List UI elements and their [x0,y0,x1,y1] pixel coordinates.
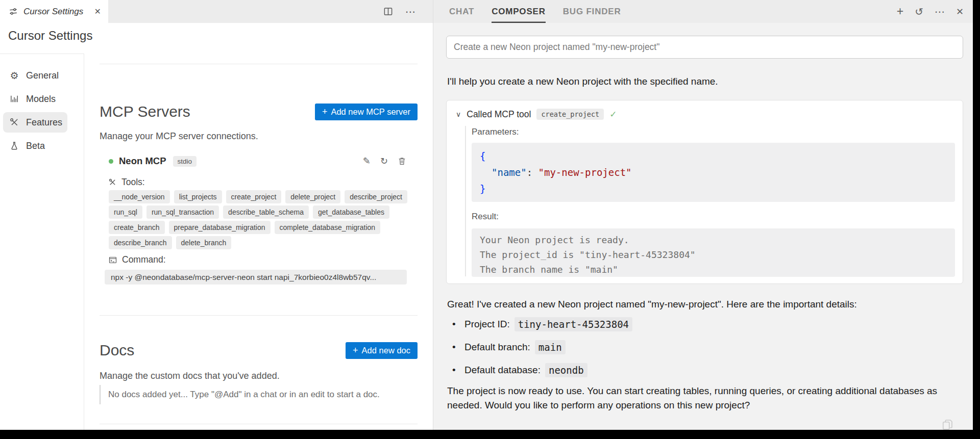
project-details-list: • Project ID: tiny-heart-45323804 • Defa… [447,317,632,385]
refresh-icon[interactable]: ↻ [380,156,388,167]
mcp-tool-call-card: ∨ Called MCP tool create_project ✓ Param… [446,100,963,284]
tool-tag: delete_project [285,190,340,203]
tool-tag: create_branch [109,221,165,234]
edit-icon[interactable]: ✎ [363,156,371,167]
command-label: Command: [122,254,166,265]
page-title: Cursor Settings [8,29,92,43]
docs-section-header: Docs + Add new doc [100,337,418,364]
settings-sidebar: ⚙ General Models [0,54,84,430]
list-item: • Default branch: main [447,340,632,355]
server-name: Neon MCP [119,156,166,167]
tool-tag: describe_project [345,190,407,203]
tool-tag: create_project [226,190,282,203]
sidebar-item-general[interactable]: ⚙ General [3,65,67,86]
success-check-icon: ✓ [609,109,617,120]
command-value: npx -y @neondatabase/mcp-server-neon sta… [105,270,407,285]
new-chat-icon[interactable]: + [897,5,903,18]
add-mcp-server-button[interactable]: + Add new MCP server [315,104,418,120]
default-database-value: neondb [545,363,587,377]
tool-call-label: Called MCP tool [467,109,531,120]
editor-tab-strip: Cursor Settings ✕ ⋯ [0,0,433,23]
mcp-section-description: Manage your MCP server connections. [100,131,258,142]
tool-tag: get_database_tables [313,205,389,219]
tool-tag: list_projects [174,190,222,203]
transport-badge: stdio [173,156,197,167]
delete-icon[interactable] [398,157,406,166]
sidebar-item-label: Beta [26,141,45,151]
tool-tag: describe_branch [109,236,172,249]
tool-tag-list: __node_version list_projects create_proj… [109,190,415,249]
tool-name-badge: create_project [536,109,604,120]
tools-icon [109,178,116,186]
tab-strip-actions: ⋯ [383,0,433,23]
section-divider [100,315,418,316]
tool-tag: prepare_database_migration [169,221,271,234]
json-open-brace: { [480,150,485,162]
close-panel-icon[interactable]: ✕ [956,6,964,17]
tool-call-header: ∨ Called MCP tool create_project ✓ [456,107,617,121]
flask-icon [9,141,19,150]
tool-tag: run_sql_transaction [146,205,219,219]
result-line: Your Neon project is ready. [480,233,947,247]
composer-input[interactable] [446,36,963,59]
tools-row: Tools: [109,177,145,188]
list-item: • Default database: neondb [447,363,632,378]
tab-chat[interactable]: CHAT [449,0,474,23]
default-branch-value: main [535,340,566,354]
json-separator: : [527,167,538,178]
chat-tabs: CHAT COMPOSER BUG FINDER [449,0,621,23]
tab-bug-finder[interactable]: BUG FINDER [563,0,621,23]
section-divider [100,424,418,424]
tool-tag: delete_branch [176,236,232,249]
more-icon[interactable]: ⋯ [935,6,945,18]
chat-header-actions: + ↺ ⋯ ✕ [897,0,964,23]
assistant-summary: Great! I've created a new Neon project n… [447,298,857,311]
project-id-value: tiny-heart-45323804 [514,317,632,331]
command-row: Command: [109,254,166,265]
sliders-icon [8,7,18,16]
more-actions-icon[interactable]: ⋯ [405,6,416,18]
mcp-server-row: Neon MCP stdio ✎ ↻ [109,153,418,169]
chat-panel-header: CHAT COMPOSER BUG FINDER + ↺ ⋯ ✕ [433,0,973,23]
server-actions: ✎ ↻ [363,156,406,167]
chat-panel: CHAT COMPOSER BUG FINDER + ↺ ⋯ ✕ I'll he… [433,0,973,430]
split-editor-icon[interactable] [383,7,393,16]
tool-tag: __node_version [109,190,170,203]
sidebar-item-label: Features [26,117,62,128]
mcp-section-header: MCP Servers + Add new MCP server [100,98,418,125]
mcp-section-title: MCP Servers [100,103,190,120]
list-item: • Project ID: tiny-heart-45323804 [447,317,632,332]
tab-composer[interactable]: COMPOSER [492,0,546,23]
copy-icon[interactable] [941,419,953,430]
docs-section-description: Manage the custom docs that you've added… [100,371,280,381]
tool-tag: run_sql [109,205,142,219]
tool-tag: complete_database_migration [275,221,381,234]
tab-title: Cursor Settings [23,7,83,17]
tools-label: Tools: [121,177,145,188]
terminal-icon [109,256,117,264]
sidebar-item-label: General [26,70,59,81]
sidebar-item-beta[interactable]: Beta [3,136,67,156]
bullet-icon: • [452,319,464,330]
tab-close-icon[interactable]: ✕ [94,7,101,16]
sidebar-item-models[interactable]: Models [3,89,67,109]
history-icon[interactable]: ↺ [915,6,923,18]
chevron-down-icon[interactable]: ∨ [456,110,461,118]
result-line: The project_id is "tiny-heart-45323804" [480,247,947,262]
json-value: "my-new-project" [538,167,632,178]
docs-empty-state: No docs added yet... Type "@Add" in a ch… [100,385,380,404]
add-doc-button[interactable]: + Add new doc [346,342,418,359]
plus-icon: + [353,345,358,356]
tool-call-body: Parameters: { "name": "my-new-project" }… [472,124,955,283]
tab-cursor-settings[interactable]: Cursor Settings ✕ [0,0,108,23]
parameters-code-block: { "name": "my-new-project" } [472,143,955,202]
json-key: "name" [492,167,527,178]
tools-icon [9,118,19,127]
json-close-brace: } [480,183,485,194]
assistant-intro: I'll help you create a new Neon project … [447,75,718,88]
bullet-icon: • [452,365,464,376]
gear-icon: ⚙ [9,70,19,82]
bar-chart-icon [9,94,19,104]
bullet-icon: • [452,342,464,353]
sidebar-item-features[interactable]: Features [3,112,67,133]
